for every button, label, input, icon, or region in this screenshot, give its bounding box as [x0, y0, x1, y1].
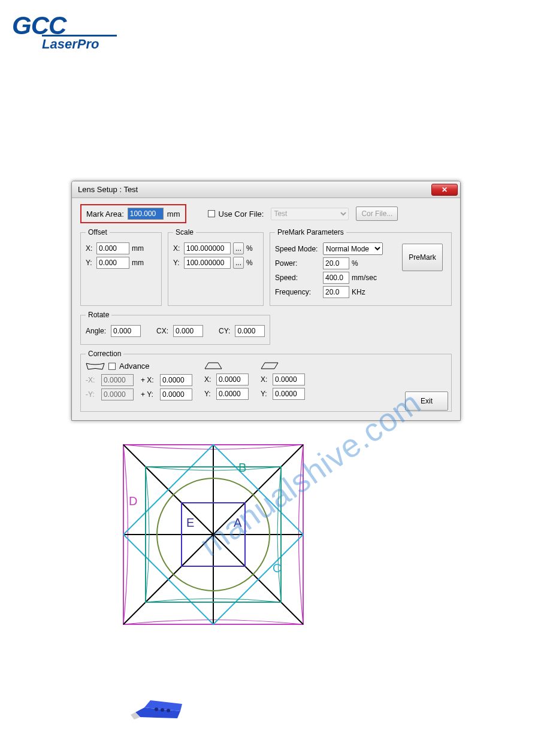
speedmode-select[interactable]: Normal Mode	[323, 242, 383, 255]
mark-area-unit: mm	[167, 210, 180, 218]
close-button[interactable]: ✕	[431, 184, 458, 196]
cor-file-button[interactable]: Cor File...	[356, 207, 398, 221]
geom-label-b: B	[238, 461, 246, 474]
corr2-y-input[interactable]	[216, 388, 249, 400]
scale-group: Scale X: ... % Y: ... %	[168, 228, 264, 306]
parallelogram-icon	[261, 362, 279, 370]
cx-label: CX:	[156, 327, 168, 335]
corr-py-input[interactable]	[160, 388, 192, 400]
correction-col1: Advance -X: + X: -Y: + Y:	[86, 362, 192, 403]
speedmode-label: Speed Mode:	[275, 245, 321, 253]
rotate-legend: Rotate	[86, 311, 111, 319]
corr3-y-label: Y:	[261, 390, 270, 398]
cor-file-select[interactable]: Test	[271, 208, 349, 220]
svg-point-14	[167, 709, 170, 712]
offset-x-input[interactable]	[96, 242, 129, 254]
cx-input[interactable]	[173, 325, 203, 337]
corr3-x-label: X:	[261, 375, 270, 384]
logo-sub: LaserPro	[42, 37, 117, 52]
cy-input[interactable]	[235, 325, 265, 337]
svg-point-12	[155, 708, 158, 711]
freq-input[interactable]	[323, 286, 349, 298]
corr3-x-input[interactable]	[273, 374, 305, 385]
dialog-title: Lens Setup : Test	[78, 185, 138, 194]
scale-x-label: X:	[173, 244, 182, 253]
corr3-y-input[interactable]	[273, 388, 305, 400]
advance-checkbox[interactable]	[108, 363, 116, 370]
speed-input[interactable]	[323, 272, 349, 284]
geometric-diagram: A B C D E	[122, 443, 305, 629]
scale-y-more-button[interactable]: ...	[233, 257, 244, 269]
barrel-icon	[86, 362, 105, 371]
offset-x-unit: mm	[132, 244, 144, 253]
correction-legend: Correction	[86, 350, 123, 358]
corr-my-label: -Y:	[86, 390, 99, 399]
trapezoid-icon	[204, 362, 222, 370]
corr-my-input[interactable]	[101, 388, 134, 400]
mark-area-input[interactable]	[128, 208, 164, 220]
correction-group: Correction Advance -X: + X:	[80, 350, 452, 412]
corr2-y-label: Y:	[204, 390, 214, 398]
titlebar: Lens Setup : Test ✕	[72, 181, 460, 198]
power-unit: %	[352, 259, 358, 268]
premark-button[interactable]: PreMark	[402, 244, 443, 271]
speed-unit: mm/sec	[352, 274, 377, 282]
top-row: Mark Area: mm Use Cor File: Test Cor Fil…	[80, 204, 452, 223]
scale-legend: Scale	[173, 228, 196, 236]
logo-main: GCC	[12, 14, 117, 37]
speed-label: Speed:	[275, 274, 321, 282]
angle-label: Angle:	[86, 327, 106, 335]
rotate-group: Rotate Angle: CX: CY:	[80, 311, 270, 345]
use-cor-checkbox[interactable]	[208, 210, 215, 217]
scale-y-unit: %	[246, 259, 253, 267]
device-image	[129, 688, 183, 724]
correction-col3: X: Y:	[261, 362, 305, 402]
corr-mx-input[interactable]	[101, 374, 134, 386]
cy-label: CY:	[219, 327, 230, 335]
mark-area-group: Mark Area: mm	[80, 204, 186, 223]
offset-x-label: X:	[86, 244, 94, 253]
power-label: Power:	[275, 259, 321, 268]
geom-label-c: C	[273, 561, 281, 575]
scale-y-input[interactable]	[184, 257, 231, 269]
geom-label-e: E	[186, 516, 194, 529]
freq-label: Frequency:	[275, 288, 321, 296]
lens-setup-dialog: Lens Setup : Test ✕ Mark Area: mm Use Co…	[71, 181, 461, 421]
corr-mx-label: -X:	[86, 376, 99, 384]
mark-area-label: Mark Area:	[86, 210, 124, 218]
freq-unit: KHz	[352, 288, 365, 296]
scale-x-input[interactable]	[184, 242, 231, 254]
corr-py-label: + Y:	[141, 390, 158, 399]
power-input[interactable]	[323, 257, 349, 269]
use-cor-label: Use Cor File:	[219, 210, 264, 218]
corr-px-label: + X:	[141, 376, 158, 384]
geom-label-a: A	[234, 516, 242, 529]
angle-input[interactable]	[111, 325, 141, 337]
svg-point-13	[161, 708, 164, 712]
offset-y-label: Y:	[86, 259, 94, 267]
row-offset-scale-premark: Offset X: mm Y: mm Scale X: ...	[80, 228, 452, 306]
correction-col2: X: Y:	[204, 362, 249, 402]
exit-button[interactable]: Exit	[405, 391, 448, 411]
scale-x-more-button[interactable]: ...	[233, 242, 244, 254]
geom-label-d: D	[129, 494, 137, 508]
offset-y-unit: mm	[132, 259, 144, 267]
premark-legend: PreMark Parameters	[275, 228, 346, 236]
offset-legend: Offset	[86, 228, 110, 236]
scale-x-unit: %	[246, 244, 253, 253]
scale-y-label: Y:	[173, 259, 182, 267]
corr2-x-label: X:	[204, 375, 214, 384]
offset-group: Offset X: mm Y: mm	[80, 228, 162, 306]
corr2-x-input[interactable]	[216, 374, 249, 385]
offset-y-input[interactable]	[96, 257, 129, 269]
premark-group: PreMark Parameters Speed Mode: Normal Mo…	[270, 228, 452, 306]
corr-px-input[interactable]	[160, 374, 192, 386]
advance-label: Advance	[119, 362, 150, 371]
logo: GCC LaserPro	[12, 14, 117, 52]
dialog-body: Mark Area: mm Use Cor File: Test Cor Fil…	[72, 198, 460, 420]
